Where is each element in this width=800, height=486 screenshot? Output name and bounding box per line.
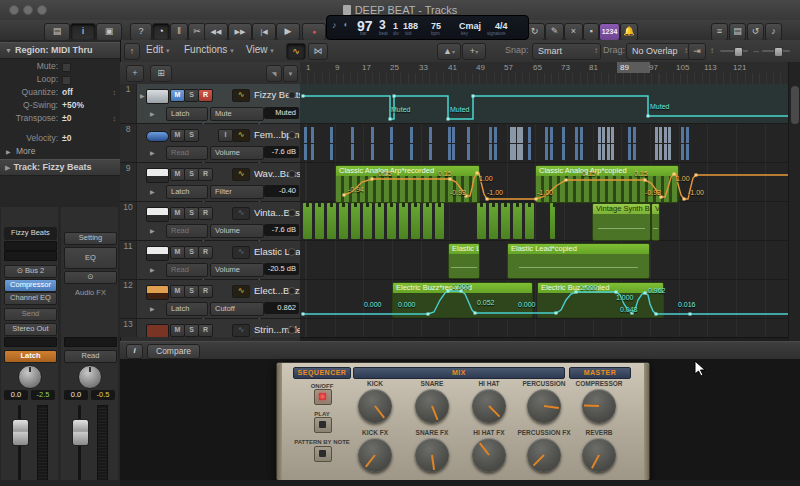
count-in-1234-button[interactable]: 1234	[599, 23, 620, 41]
midi-pattern-bar[interactable]	[339, 203, 348, 239]
pan-value[interactable]: 0.0	[4, 390, 28, 400]
track-mute-button[interactable]: M	[170, 246, 185, 259]
region-elastic-lead-copied[interactable]: Elastic Lead*copied	[507, 243, 650, 279]
lcd-key[interactable]: Cmaj	[459, 21, 481, 31]
midi-pattern-bar[interactable]	[351, 203, 360, 239]
track-record-button[interactable]: R	[198, 246, 213, 259]
track-header[interactable]: 13MSR∿Strin...mble▶Read↕Volume↕	[120, 319, 300, 337]
track-solo-button[interactable]: S	[184, 285, 199, 298]
lcd-tempo[interactable]: 75	[431, 21, 441, 31]
count-in-icon[interactable]: ◔	[152, 23, 170, 41]
region-classic-analog-arp-recorded[interactable]: Classic Analog Arp*recorded	[335, 165, 480, 203]
play-button[interactable]: ▶	[276, 23, 300, 41]
track-lane[interactable]	[300, 319, 788, 337]
autopunch-button[interactable]: ✎	[545, 23, 564, 41]
track-automation-toggle[interactable]: ∿	[232, 285, 250, 298]
horizontal-zoom-slider[interactable]	[762, 50, 790, 52]
automation-mode-dropdown[interactable]: Read↕	[166, 224, 208, 238]
automation-mode-dropdown[interactable]: Read↕	[166, 146, 208, 160]
track-input-monitor-button[interactable]: I	[218, 129, 233, 142]
compressor-knob[interactable]	[582, 389, 616, 423]
insert-compressor-slot[interactable]: Compressor	[4, 279, 57, 292]
track-lane[interactable]	[300, 202, 788, 241]
snap-dropdown[interactable]: Smart↕	[532, 43, 601, 60]
midi-pattern-bar[interactable]	[513, 203, 522, 239]
group-slot[interactable]	[64, 337, 117, 347]
track-mute-button[interactable]: M	[170, 324, 185, 337]
region-electric-buzz-copied[interactable]: Electric Buzz*copied	[537, 282, 664, 318]
track-lane[interactable]	[300, 84, 788, 124]
mixer-icon[interactable]: ‖	[170, 23, 188, 41]
track-mute-button[interactable]: M	[170, 129, 185, 142]
track-sort-icon[interactable]: ◥	[266, 65, 282, 82]
rewind-button[interactable]: ◀◀	[204, 23, 228, 41]
track-solo-button[interactable]: S	[184, 129, 199, 142]
track-header[interactable]: 8MSI∿Fem...bpm▶Read↕Volume↕-7.6 dB	[120, 124, 300, 163]
region-vintage-synth-bas[interactable]: Vintage Synth Bas	[592, 203, 651, 241]
param-value[interactable]: ±0	[62, 112, 71, 125]
output-slot[interactable]: Stereo Out	[4, 323, 57, 336]
track-inspector-header[interactable]: ▶Track: Fizzy Beats	[0, 159, 120, 176]
param-stepper-icon[interactable]: ↕	[113, 86, 117, 99]
setting-button[interactable]: Setting	[64, 232, 117, 245]
region-param-row[interactable]: Q-Swing:+50%	[0, 99, 120, 112]
automation-value[interactable]: 0.862	[264, 302, 299, 314]
eq-button[interactable]: EQ	[64, 247, 117, 269]
volume-value[interactable]: -0.5	[91, 390, 115, 400]
vertical-scrollbar[interactable]	[788, 62, 800, 341]
midi-pattern-bar[interactable]	[315, 203, 324, 239]
midi-pattern-bar[interactable]	[477, 203, 486, 239]
bar-ruler[interactable]: 191725334149576573818997105113121	[300, 62, 788, 85]
inspector-icon[interactable]: i	[70, 23, 96, 41]
track-on-off-dot[interactable]	[288, 287, 296, 295]
automation-param-dropdown[interactable]: Volume↕	[210, 263, 264, 277]
subtrack-disclosure-icon[interactable]: ▶	[150, 149, 155, 156]
pattern-by-note-button[interactable]	[314, 446, 332, 462]
subtrack-disclosure-icon[interactable]: ▶	[150, 188, 155, 195]
add-track-stack-button[interactable]: ⊞	[150, 65, 172, 82]
automation-mode-dropdown[interactable]: Latch↕	[166, 302, 208, 316]
region-param-row[interactable]: Loop:	[0, 73, 120, 86]
fader-cap[interactable]	[12, 419, 29, 446]
lcd-tick[interactable]: 188	[403, 21, 418, 31]
track-header[interactable]: 9MSR∿Wav...Bass▶Latch↕Filter↕-0.40	[120, 163, 300, 202]
lcd-signature[interactable]: 4/4	[495, 21, 508, 31]
region-param-row[interactable]: Velocity:±0	[0, 132, 120, 145]
record-button[interactable]: ●	[302, 23, 326, 41]
midi-pattern-bar[interactable]	[550, 203, 555, 239]
replace-button[interactable]: ×	[564, 23, 583, 41]
bus-send-slot[interactable]: ⊙ Bus 2	[4, 265, 57, 278]
vertical-zoom-thumb[interactable]	[734, 47, 743, 57]
forward-button[interactable]: ▶▶	[228, 23, 252, 41]
vertical-zoom-slider[interactable]	[720, 50, 748, 52]
midi-pattern-bar[interactable]	[327, 203, 336, 239]
track-on-off-dot[interactable]	[288, 209, 296, 217]
automation-value[interactable]: -20.5 dB	[264, 263, 299, 275]
subtrack-disclosure-icon[interactable]: ▶	[150, 266, 155, 273]
track-on-off-dot[interactable]	[288, 248, 296, 256]
region-electric-buzz-recorded[interactable]: Electric Buzz*recorded	[392, 282, 533, 318]
track-disclosure-icon[interactable]: ▶	[140, 92, 145, 99]
metronome-button[interactable]: 🔔	[620, 23, 638, 41]
track-solo-button[interactable]: S	[184, 246, 199, 259]
track-header[interactable]: 10MSR∿Vinta...Bass▶Read↕Volume↕-7.6 dB	[120, 202, 300, 241]
track-automation-toggle[interactable]: ∿	[232, 168, 250, 181]
compare-button[interactable]: Compare	[147, 344, 200, 359]
subtrack-disclosure-icon[interactable]: ▶	[150, 227, 155, 234]
percussion-knob[interactable]	[527, 389, 561, 423]
catch-playhead-icon[interactable]: ⇥	[688, 43, 706, 60]
midi-pattern-bar[interactable]	[423, 203, 432, 239]
send-slot[interactable]: Send	[4, 308, 57, 321]
track-on-off-dot[interactable]	[288, 326, 296, 334]
track-automation-toggle[interactable]: ∿	[232, 246, 250, 259]
region-param-row[interactable]: Mute:	[0, 60, 120, 73]
browsers-button[interactable]: ♪	[765, 23, 782, 41]
functions-menu[interactable]: Functions ▾	[184, 44, 234, 55]
track-mute-button[interactable]: M	[170, 89, 185, 102]
info-button[interactable]: i	[126, 344, 143, 359]
track-on-off-dot[interactable]	[288, 170, 296, 178]
automation-value[interactable]: -7.6 dB	[264, 146, 299, 158]
region-more-row[interactable]: ▶More	[0, 145, 120, 158]
kick-fx-knob[interactable]	[358, 438, 392, 472]
track-header[interactable]: 12MSR∿Elect...Buzz▶Latch↕Cutoff↕0.862	[120, 280, 300, 319]
